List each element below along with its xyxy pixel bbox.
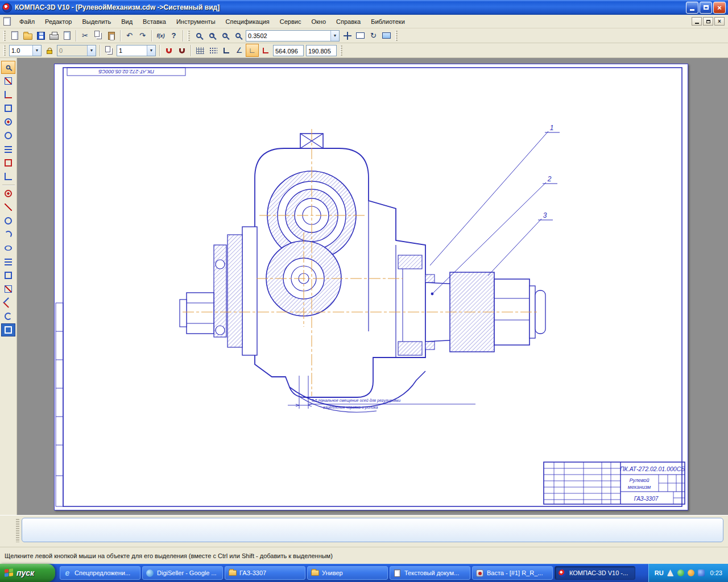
- taskbar-item-digiseller[interactable]: DigiSeller - Google ...: [142, 566, 223, 580]
- mdi-restore-button[interactable]: [703, 17, 713, 26]
- context-help-button[interactable]: ?: [167, 29, 180, 42]
- left-tool-parametrize[interactable]: [1, 129, 15, 142]
- toolbar-grip[interactable]: [395, 31, 398, 41]
- angle-snap-button[interactable]: ∠: [233, 44, 246, 57]
- zoom-value-input[interactable]: [246, 31, 330, 40]
- taskbar-item-vasta[interactable]: Васта - [#1] R_R_...: [472, 566, 553, 580]
- taskbar-item-univer-folder[interactable]: Универ: [307, 566, 388, 580]
- taskbar-item-text-document[interactable]: Текстовый докум...: [390, 566, 470, 580]
- left-tool-zoom-selected[interactable]: [1, 61, 15, 74]
- snap-global-button[interactable]: [162, 44, 175, 57]
- undo-button[interactable]: ↶: [123, 29, 136, 42]
- zoom-in-button[interactable]: +: [205, 29, 218, 42]
- left-tool-measure[interactable]: [1, 143, 15, 156]
- left-tool-select[interactable]: [1, 156, 15, 169]
- minimize-button[interactable]: [686, 2, 698, 14]
- layer-value-input[interactable]: [117, 46, 147, 55]
- left-tool-active-pressed[interactable]: [1, 323, 15, 336]
- step-combo-dropdown[interactable]: ▼: [32, 45, 41, 56]
- menu-select[interactable]: Выделить: [77, 16, 116, 27]
- drawing-canvas[interactable]: ПК.АТ-272.02.05.000СБ: [17, 58, 728, 515]
- paste-button[interactable]: [105, 29, 118, 42]
- zoom-combo-dropdown[interactable]: ▼: [330, 31, 339, 41]
- left-tool-ellipse[interactable]: [1, 242, 15, 255]
- folder-icon: [311, 570, 319, 576]
- menu-editor[interactable]: Редактор: [40, 16, 77, 27]
- current-state-toolbar: ▼ ▼ ▼ ∠ ∟: [0, 43, 728, 58]
- save-button[interactable]: [34, 29, 47, 42]
- clock[interactable]: 0:23: [710, 569, 722, 576]
- cut-button[interactable]: ✂: [78, 29, 92, 42]
- drawing-sheet[interactable]: ПК.АТ-272.02.05.000СБ: [54, 64, 688, 510]
- property-panel-content[interactable]: [22, 518, 723, 542]
- print-preview-button[interactable]: [60, 29, 73, 42]
- zoom-out-button[interactable]: −: [218, 29, 231, 42]
- taskbar-item-kompas-active[interactable]: КОМПАС-3D V10 -...: [555, 566, 635, 580]
- y-coordinate-input[interactable]: [307, 47, 336, 56]
- left-tool-specification[interactable]: [1, 170, 15, 183]
- close-button[interactable]: ×: [713, 2, 726, 14]
- refresh-view-button[interactable]: ↻: [367, 29, 380, 42]
- menu-specification[interactable]: Спецификация: [221, 16, 275, 27]
- left-tool-spline[interactable]: [1, 255, 15, 268]
- language-indicator[interactable]: RU: [655, 569, 664, 576]
- volume-tray-icon[interactable]: [698, 569, 705, 576]
- print-button[interactable]: [47, 29, 60, 42]
- grid-dots-button[interactable]: [206, 44, 220, 57]
- mdi-minimize-button[interactable]: [692, 17, 702, 26]
- new-document-button[interactable]: [8, 29, 21, 42]
- left-tool-arc[interactable]: [1, 228, 15, 241]
- zoom-window-button[interactable]: [192, 29, 205, 42]
- lock-button[interactable]: [43, 44, 56, 57]
- taskbar-item-ie[interactable]: e Спецпредложени...: [60, 566, 140, 580]
- snap-local-button[interactable]: [175, 44, 188, 57]
- variables-button[interactable]: f(x): [154, 29, 167, 42]
- menu-file[interactable]: Файл: [14, 16, 40, 27]
- left-tool-line[interactable]: [1, 201, 15, 214]
- show-all-button[interactable]: [380, 29, 393, 42]
- copy-button[interactable]: [92, 29, 105, 42]
- menu-libraries[interactable]: Библиотеки: [366, 16, 410, 27]
- x-coordinate-input[interactable]: [274, 47, 303, 56]
- mdi-close-button[interactable]: ×: [714, 17, 725, 26]
- menu-tools[interactable]: Инструменты: [171, 16, 221, 27]
- toolbar-grip[interactable]: [3, 31, 6, 41]
- menu-view[interactable]: Вид: [116, 16, 138, 27]
- toolbar-grip[interactable]: [3, 45, 6, 56]
- redo-button[interactable]: ↷: [136, 29, 149, 42]
- toolbar-grip[interactable]: [340, 45, 342, 56]
- pan-button[interactable]: [341, 29, 354, 42]
- antivirus-tray-icon[interactable]: [677, 569, 684, 576]
- ortho-drawing-button[interactable]: ∟: [246, 44, 259, 57]
- hide-icons-icon[interactable]: [667, 569, 674, 576]
- left-tool-chamfer[interactable]: [1, 296, 15, 309]
- start-button[interactable]: пуск: [0, 564, 55, 582]
- left-tool-geometry[interactable]: [1, 74, 15, 88]
- menu-help[interactable]: Справка: [331, 16, 366, 27]
- grid-button[interactable]: [193, 44, 206, 57]
- local-cs-button[interactable]: [220, 44, 233, 57]
- frame-select-button[interactable]: [354, 29, 367, 42]
- left-tool-annotations[interactable]: [1, 102, 15, 115]
- left-tool-edit[interactable]: [1, 115, 15, 128]
- layer-combo-dropdown[interactable]: ▼: [147, 45, 155, 56]
- left-tool-circle[interactable]: [1, 214, 15, 227]
- maximize-button[interactable]: [700, 2, 712, 14]
- menu-service[interactable]: Сервис: [275, 16, 307, 27]
- taskbar-item-gaz-folder[interactable]: ГАЗ-3307: [225, 566, 305, 580]
- left-tool-point[interactable]: [1, 187, 15, 200]
- open-document-button[interactable]: [21, 29, 34, 42]
- menu-insert[interactable]: Вставка: [138, 16, 171, 27]
- step-value-input[interactable]: [10, 46, 32, 55]
- layer-icon-button[interactable]: [102, 44, 115, 57]
- property-panel-grip[interactable]: [16, 519, 19, 542]
- update-tray-icon[interactable]: [688, 569, 694, 576]
- menu-window[interactable]: Окно: [306, 16, 331, 27]
- toolbar-grip[interactable]: [188, 31, 190, 41]
- left-tool-fillet[interactable]: [1, 310, 15, 323]
- document-icon[interactable]: [3, 17, 11, 26]
- zoom-current-button[interactable]: [231, 29, 245, 42]
- left-tool-dimensions[interactable]: [1, 88, 15, 101]
- left-tool-rectangle[interactable]: [1, 269, 15, 282]
- left-tool-hatch[interactable]: [1, 282, 15, 296]
